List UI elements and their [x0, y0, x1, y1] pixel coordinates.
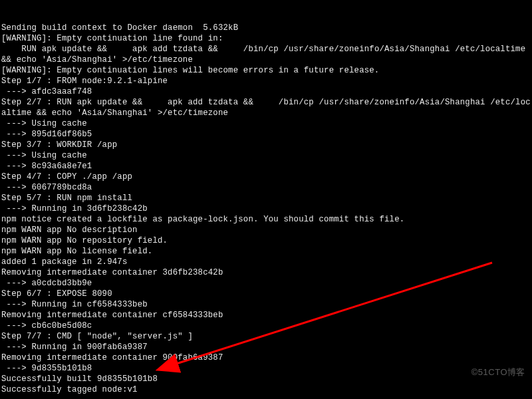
terminal-line: Step 1/7 : FROM node:9.2.1-alpine	[1, 76, 531, 86]
watermark-text: ©51CTO博客	[471, 367, 525, 378]
terminal-line: Step 6/7 : EXPOSE 8090	[1, 289, 531, 299]
terminal-line: Step 5/7 : RUN npm install	[1, 193, 531, 203]
terminal-line: Removing intermediate container 900fab6a…	[1, 352, 531, 363]
terminal-line: npm WARN app No license field.	[1, 246, 531, 257]
terminal-line: ---> 6067789bcd8a	[1, 182, 531, 193]
terminal-line: Step 7/7 : CMD [ "node", "server.js" ]	[1, 331, 531, 342]
terminal-line: Sending build context to Docker daemon 5…	[1, 23, 531, 33]
terminal-line: ---> cb6c0be5d08c	[1, 321, 531, 331]
terminal-line: ---> Running in 900fab6a9387	[1, 342, 531, 352]
terminal-window[interactable]: Sending build context to Docker daemon 5…	[0, 0, 532, 399]
terminal-line: Removing intermediate container cf658433…	[1, 310, 531, 321]
terminal-line: npm WARN app No repository field.	[1, 235, 531, 246]
terminal-line: Step 4/7 : COPY ./app /app	[1, 172, 531, 182]
terminal-line: ---> Running in cf6584333beb	[1, 299, 531, 310]
terminal-line: npm notice created a lockfile as package…	[1, 214, 531, 225]
terminal-line: ---> a0cdcbd3bb9e	[1, 278, 531, 289]
terminal-line: Successfully built 9d8355b101b8	[1, 374, 531, 384]
terminal-line: Step 3/7 : WORKDIR /app	[1, 140, 531, 150]
terminal-line: npm WARN app No description	[1, 225, 531, 235]
terminal-line: [WARNING]: Empty continuation line found…	[1, 33, 531, 44]
terminal-line: ---> Using cache	[1, 150, 531, 161]
terminal-line: ---> 9d8355b101b8	[1, 363, 531, 374]
terminal-line: ---> 895d16df86b5	[1, 129, 531, 140]
terminal-line: added 1 package in 2.947s	[1, 257, 531, 267]
terminal-line: ---> Using cache	[1, 118, 531, 129]
terminal-line: RUN apk update && apk add tzdata && /bin…	[1, 44, 531, 65]
terminal-line: Removing intermediate container 3d6fb238…	[1, 267, 531, 278]
terminal-line: ---> afdc3aaaf748	[1, 86, 531, 97]
terminal-line: ---> Running in 3d6fb238c42b	[1, 203, 531, 214]
terminal-output: Sending build context to Docker daemon 5…	[1, 23, 531, 395]
terminal-line: ---> 8c93a6a8e7e1	[1, 161, 531, 172]
terminal-line: [WARNING]: Empty continuation lines will…	[1, 65, 531, 76]
terminal-line: Successfully tagged node:v1	[1, 384, 531, 395]
terminal-line: Step 2/7 : RUN apk update && apk add tzd…	[1, 97, 531, 118]
